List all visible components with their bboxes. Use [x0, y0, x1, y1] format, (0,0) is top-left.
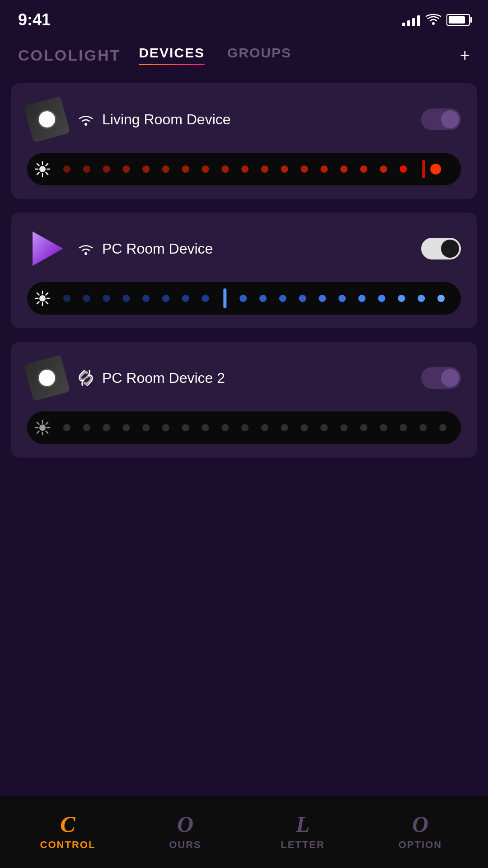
toggle-knob-3	[441, 369, 459, 387]
svg-point-72	[83, 424, 90, 431]
link-icon	[78, 370, 94, 386]
svg-point-30	[430, 164, 441, 175]
svg-point-53	[279, 295, 286, 302]
red-dots-track	[58, 157, 454, 181]
svg-point-62	[39, 425, 46, 431]
svg-line-68	[46, 431, 48, 434]
svg-point-55	[319, 295, 326, 302]
wifi-status-icon	[426, 14, 441, 26]
svg-point-21	[261, 165, 268, 173]
svg-line-8	[46, 173, 48, 175]
svg-point-17	[182, 165, 189, 173]
svg-point-11	[63, 165, 70, 173]
svg-point-45	[122, 295, 130, 302]
svg-point-80	[241, 424, 249, 431]
svg-point-52	[259, 295, 267, 302]
svg-point-60	[418, 295, 425, 302]
nav-label-ours: OURS	[169, 839, 202, 851]
disk-inner-2	[35, 366, 58, 389]
tab-groups[interactable]: GROUPS	[227, 45, 291, 65]
svg-point-24	[320, 165, 328, 173]
svg-point-2	[39, 166, 46, 172]
nav-label-control: CONTROL	[40, 839, 96, 851]
option-icon: O	[412, 813, 428, 835]
nav-item-ours[interactable]: O OURS	[127, 813, 244, 851]
svg-point-16	[162, 165, 169, 173]
nav-item-control[interactable]: C CONTROL	[9, 813, 127, 851]
svg-point-85	[340, 424, 347, 431]
svg-point-43	[83, 295, 90, 302]
device-card-living-room: Living Room Device	[11, 83, 477, 199]
toggle-pc-room-2[interactable]	[421, 367, 461, 389]
svg-point-88	[400, 424, 407, 431]
svg-line-7	[37, 164, 39, 166]
device-header: PC Room Device	[27, 229, 461, 269]
svg-point-74	[122, 424, 130, 431]
svg-line-41	[37, 302, 39, 304]
nav-item-letter[interactable]: L LETTER	[244, 813, 361, 851]
add-button[interactable]: +	[460, 46, 470, 65]
slider-living-room[interactable]	[27, 153, 461, 185]
toggle-knob	[441, 110, 459, 128]
status-time: 9:41	[18, 10, 51, 29]
svg-point-57	[358, 295, 366, 302]
svg-point-73	[103, 424, 110, 431]
device-icon-living-room	[27, 99, 67, 139]
svg-point-48	[182, 295, 189, 302]
wifi-connection-icon	[78, 113, 94, 126]
svg-point-49	[202, 295, 209, 302]
device-name-living-room: Living Room Device	[102, 111, 231, 128]
device-name-area: PC Room Device	[78, 241, 410, 257]
slider-pc-room[interactable]	[27, 282, 461, 315]
svg-point-12	[83, 165, 90, 173]
tab-devices[interactable]: DEVICES	[139, 45, 205, 65]
svg-point-54	[299, 295, 306, 302]
device-name-area-3: PC Room Device 2	[78, 370, 410, 387]
nav-tabs: DEVICES GROUPS	[139, 45, 442, 65]
battery-icon	[446, 14, 470, 26]
svg-point-78	[202, 424, 209, 431]
letter-icon: L	[296, 813, 310, 835]
device-icon-pc-room	[27, 229, 67, 269]
status-icons	[402, 14, 470, 26]
svg-line-69	[46, 422, 48, 425]
svg-point-51	[239, 295, 247, 302]
svg-rect-29	[422, 160, 425, 178]
svg-point-28	[400, 165, 407, 173]
nav-item-option[interactable]: O OPTION	[361, 813, 479, 851]
svg-point-77	[182, 424, 189, 431]
svg-point-75	[142, 424, 150, 431]
device-name-area: Living Room Device	[78, 111, 410, 128]
device-card-pc-room-2: PC Room Device 2	[11, 342, 477, 458]
blue-dots-track	[58, 287, 454, 310]
device-header-3: PC Room Device 2	[27, 358, 461, 398]
svg-point-89	[419, 424, 427, 431]
toggle-living-room[interactable]	[421, 108, 461, 130]
svg-point-27	[380, 165, 387, 173]
svg-point-84	[320, 424, 328, 431]
app-logo: COLOLIGHT	[18, 47, 121, 64]
svg-point-32	[84, 252, 87, 255]
svg-line-40	[46, 293, 48, 295]
device-header: Living Room Device	[27, 99, 461, 139]
svg-point-58	[378, 295, 385, 302]
svg-point-19	[221, 165, 229, 173]
device-icon-pc-room-2	[27, 358, 67, 398]
svg-point-81	[261, 424, 268, 431]
svg-line-67	[37, 422, 39, 425]
slider-pc-room-2[interactable]	[27, 411, 461, 444]
device-card-pc-room: PC Room Device	[11, 212, 477, 328]
svg-point-26	[360, 165, 367, 173]
toggle-pc-room[interactable]	[421, 238, 461, 259]
disk-icon	[24, 96, 70, 143]
signal-icon	[402, 14, 420, 26]
disk-icon-2	[24, 355, 70, 401]
svg-point-76	[162, 424, 169, 431]
svg-rect-50	[223, 288, 226, 308]
play-triangle-icon	[28, 230, 66, 268]
bottom-nav: C CONTROL O OURS L LETTER O OPTION	[0, 796, 488, 868]
svg-point-44	[103, 295, 110, 302]
nav-label-option: OPTION	[399, 839, 442, 851]
status-bar: 9:41	[0, 0, 488, 36]
svg-point-61	[437, 295, 445, 302]
